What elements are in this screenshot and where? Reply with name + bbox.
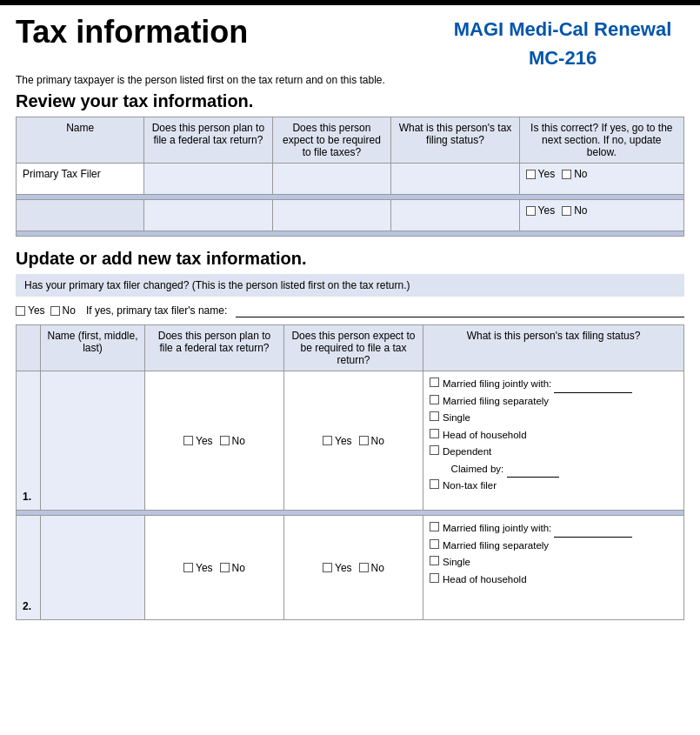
col-expect-file: Does this person expect to be required t… — [272, 117, 391, 164]
primary-name-input[interactable] — [236, 304, 684, 317]
no-expect-2[interactable]: No — [359, 562, 384, 574]
review-name-2 — [17, 200, 144, 231]
opt-married-separately-2: Married filing separately — [430, 538, 677, 555]
review-expect-1 — [272, 164, 391, 195]
no-option-1[interactable]: No — [562, 168, 587, 180]
opt-married-jointly-2: Married filing jointly with: — [430, 520, 677, 538]
opt-head-2: Head of household — [430, 571, 677, 589]
col-plan-file: Does this person plan to file a federal … — [144, 117, 272, 164]
add-name-2 — [41, 516, 145, 620]
no-changed-option[interactable]: No — [50, 304, 76, 317]
row-num-2: 2. — [17, 516, 41, 620]
add-name-1 — [41, 371, 145, 511]
no-expect-1[interactable]: No — [359, 435, 384, 447]
add-plan-2: Yes No — [145, 516, 284, 620]
add-row-2: 2. Yes No — [17, 516, 684, 620]
no-plan-cb-2[interactable] — [220, 563, 230, 572]
col-correct: Is this correct? If yes, go to the next … — [519, 117, 683, 164]
yes-option-2[interactable]: Yes — [526, 204, 556, 217]
add-expect-1: Yes No — [284, 371, 423, 511]
add-col-expect: Does this person expect to be required t… — [284, 325, 423, 371]
yes-checkbox-1[interactable] — [526, 170, 536, 179]
no-checkbox-1[interactable] — [562, 170, 571, 179]
opt-single-2: Single — [430, 554, 677, 571]
opt-head-1: Head of household — [430, 427, 677, 444]
review-status-2 — [391, 200, 519, 231]
page-title: Tax information — [16, 14, 441, 50]
yes-plan-1[interactable]: Yes — [183, 435, 213, 447]
col-name: Name — [17, 117, 144, 164]
row-num-1: 1. — [17, 371, 41, 511]
add-row-1: 1. Yes No — [17, 371, 684, 511]
review-table: Name Does this person plan to file a fed… — [16, 117, 684, 237]
yes-plan-2[interactable]: Yes — [183, 562, 213, 574]
review-name-1: Primary Tax Filer — [17, 164, 144, 195]
form-title: MAGI Medi-Cal Renewal — [441, 14, 684, 43]
yes-expect-2[interactable]: Yes — [323, 562, 352, 574]
form-number: MC-216 — [441, 43, 684, 71]
yes-changed-option[interactable]: Yes — [16, 304, 45, 317]
table-row: Yes No — [17, 200, 684, 231]
add-table: Name (first, middle, last) Does this per… — [16, 324, 684, 620]
add-status-2: Married filing jointly with: Married fil… — [423, 516, 684, 620]
review-plan-2 — [144, 200, 272, 231]
update-heading: Update or add new tax information. — [16, 249, 684, 269]
review-plan-1 — [144, 164, 272, 195]
add-status-1: Married filing jointly with: Married fil… — [423, 371, 684, 511]
review-expect-2 — [272, 200, 391, 231]
subtitle: The primary taxpayer is the person liste… — [16, 74, 684, 86]
no-plan-1[interactable]: No — [220, 435, 245, 447]
page-content: Tax information MAGI Medi-Cal Renewal MC… — [0, 5, 700, 629]
question-text: Has your primary tax filer changed? (Thi… — [24, 279, 410, 291]
yes-changed-label: Yes — [28, 304, 45, 317]
review-heading: Review your tax information. — [16, 91, 684, 111]
no-plan-cb-1[interactable] — [220, 436, 230, 445]
add-expect-2: Yes No — [284, 516, 423, 620]
no-checkbox-2[interactable] — [562, 206, 571, 216]
no-changed-label: No — [63, 304, 76, 317]
no-changed-checkbox[interactable] — [50, 306, 60, 316]
review-status-1 — [391, 164, 519, 195]
add-plan-1: Yes No — [145, 371, 284, 511]
no-expect-cb-2[interactable] — [359, 563, 369, 572]
no-expect-cb-1[interactable] — [359, 436, 369, 445]
yes-plan-cb-2[interactable] — [183, 563, 193, 572]
if-yes-label: If yes, primary tax filer's name: — [86, 304, 227, 317]
yes-plan-cb-1[interactable] — [183, 436, 193, 445]
review-correct-2: Yes No — [519, 200, 683, 231]
no-option-2[interactable]: No — [562, 204, 587, 217]
opt-single-1: Single — [430, 410, 677, 427]
opt-nontax-1: Non-tax filer — [430, 478, 677, 495]
opt-dependent-1: Dependent Claimed by: — [430, 444, 677, 478]
col-filing-status: What is this person's tax filing status? — [391, 117, 519, 164]
add-col-name: Name (first, middle, last) — [41, 325, 145, 371]
opt-married-jointly-1: Married filing jointly with: — [430, 376, 677, 393]
add-col-status: What is this person's tax filing status? — [423, 325, 684, 371]
yes-changed-checkbox[interactable] — [16, 306, 25, 316]
header-row: Tax information MAGI Medi-Cal Renewal MC… — [16, 14, 684, 70]
question-box: Has your primary tax filer changed? (Thi… — [16, 274, 684, 297]
add-col-num — [17, 325, 41, 371]
yes-checkbox-2[interactable] — [526, 206, 536, 216]
yes-expect-cb-2[interactable] — [323, 563, 332, 572]
yes-expect-cb-1[interactable] — [323, 436, 332, 445]
opt-married-separately-1: Married filing separately — [430, 393, 677, 411]
add-col-plan: Does this person plan to file a federal … — [145, 325, 284, 371]
blue-bar-2 — [17, 231, 684, 237]
review-correct-1: Yes No — [519, 164, 683, 195]
yes-expect-1[interactable]: Yes — [323, 435, 352, 447]
table-row: Primary Tax Filer Yes No — [17, 164, 684, 195]
primary-changed-line: Yes No If yes, primary tax filer's name: — [16, 304, 684, 317]
yes-option-1[interactable]: Yes — [526, 168, 556, 180]
no-plan-2[interactable]: No — [220, 562, 245, 574]
